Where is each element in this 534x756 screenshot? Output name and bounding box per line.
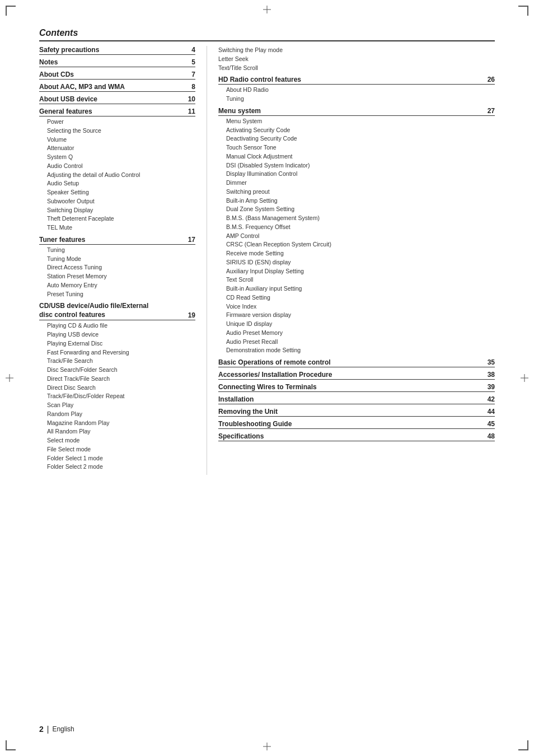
section-header-troubleshooting: Troubleshooting Guide 45 [218,420,495,429]
columns-container: Safety precautions 4 Notes 5 About CDs 7 [39,46,495,475]
section-page-accessories: 38 [488,371,495,379]
list-item: Playing USB device [47,330,195,339]
corner-mark-bl [6,740,16,750]
list-item: Fast Forwarding and Reversing [47,348,195,357]
list-item: Attenuator [47,144,195,153]
list-item: Voice Index [226,302,495,311]
section-title-safety: Safety precautions [39,46,99,54]
list-item: Folder Select 2 mode [47,463,195,472]
section-about-cds: About CDs 7 [39,71,195,80]
footer-divider: | [47,725,49,734]
list-item: Touch Sensor Tone [226,143,495,152]
list-item: Speaker Setting [47,188,195,197]
section-header-cds: About CDs 7 [39,71,195,80]
list-item: Dimmer [226,179,495,188]
list-item: Folder Select 1 mode [47,454,195,463]
section-title-cd-usb: CD/USB device/Audio file/Externaldisc co… [39,302,148,319]
list-item: All Random Play [47,427,195,436]
section-header-usb: About USB device 10 [39,95,195,104]
section-page-hd-radio: 26 [488,76,495,83]
list-item: About HD Radio [226,86,495,95]
section-title-troubleshooting: Troubleshooting Guide [218,420,292,428]
list-item: DSI (Disabled System Indicator) [226,161,495,170]
list-item: Playing CD & Audio file [47,321,195,330]
cross-right [521,374,528,382]
list-item: Track/File Search [47,357,195,366]
section-header-aac: About AAC, MP3 and WMA 8 [39,83,195,92]
page-title: Contents [39,28,495,41]
section-installation: Installation 42 [218,395,495,404]
section-header-specifications: Specifications 48 [218,432,495,441]
section-title-accessories: Accessories/ Installation Procedure [218,371,332,379]
list-item: Tuning Mode [47,255,195,264]
section-title-notes: Notes [39,58,58,66]
list-item: Magazine Random Play [47,419,195,428]
section-page-connecting: 39 [488,383,495,391]
list-item: System Q [47,153,195,162]
list-item: Firmware version display [226,311,495,320]
section-title-hd-radio: HD Radio control features [218,76,301,83]
section-about-aac: About AAC, MP3 and WMA 8 [39,83,195,92]
list-item: Letter Seek [218,55,495,64]
corner-mark-tl [6,6,16,16]
section-header-basic-ops: Basic Operations of remote control 35 [218,358,495,367]
list-item: SIRIUS ID (ESN) display [226,258,495,267]
section-header-removing: Removing the Unit 44 [218,408,495,417]
section-page-usb: 10 [188,95,195,103]
list-item: Direct Access Tuning [47,263,195,272]
section-title-menu: Menu system [218,107,261,115]
list-item: TEL Mute [47,223,195,232]
section-page-troubleshooting: 45 [488,420,495,428]
page-footer: 2 | English [39,725,74,734]
list-item: Auto Memory Entry [47,281,195,290]
section-header-tuner: Tuner features 17 [39,236,195,245]
list-item: Selecting the Source [47,127,195,136]
section-hd-radio: HD Radio control features 26 About HD Ra… [218,76,495,104]
section-title-general: General features [39,108,92,115]
section-page-basic-ops: 35 [488,358,495,366]
list-item: Dual Zone System Setting [226,205,495,214]
section-title-installation: Installation [218,395,254,403]
menu-sub-items: Menu System Activating Security Code Dea… [218,117,495,355]
list-item: File Select mode [47,445,195,454]
section-title-specifications: Specifications [218,432,264,440]
section-safety: Safety precautions 4 [39,46,195,55]
list-item: Station Preset Memory [47,272,195,281]
list-item: Random Play [47,410,195,419]
right-column: Switching the Play mode Letter Seek Text… [207,46,495,475]
section-notes: Notes 5 [39,58,195,67]
list-item: Manual Clock Adjustment [226,152,495,161]
cross-left [6,374,13,382]
section-menu: Menu system 27 Menu System Activating Se… [218,107,495,355]
section-title-connecting: Connecting Wires to Terminals [218,383,317,391]
section-page-tuner: 17 [188,236,195,244]
list-item: Audio Control [47,162,195,171]
section-about-usb: About USB device 10 [39,95,195,104]
list-item: CD Read Setting [226,293,495,302]
section-header-connecting: Connecting Wires to Terminals 39 [218,383,495,392]
section-page-menu: 27 [488,107,495,115]
section-title-cds: About CDs [39,71,74,78]
list-item: Built-in Amp Setting [226,197,495,206]
list-item: Menu System [226,117,495,126]
section-title-aac: About AAC, MP3 and WMA [39,83,125,91]
list-item: B.M.S. Frequency Offset [226,223,495,232]
list-item: Direct Track/File Search [47,375,195,384]
left-column: Safety precautions 4 Notes 5 About CDs 7 [39,46,207,475]
right-top-items: Switching the Play mode Letter Seek Text… [218,46,495,72]
list-item: Theft Deterrent Faceplate [47,214,195,223]
list-item: Preset Tuning [47,290,195,299]
section-page-cds: 7 [191,71,195,78]
list-item: Tuning [47,246,195,255]
cross-top [263,6,271,13]
section-page-installation: 42 [488,395,495,403]
section-specifications: Specifications 48 [218,432,495,441]
list-item: Volume [47,136,195,144]
hd-radio-sub-items: About HD Radio Tuning [218,86,495,104]
page: Contents Safety precautions 4 Notes 5 [0,0,534,756]
section-cd-usb: CD/USB device/Audio file/Externaldisc co… [39,302,195,472]
list-item: Disc Search/Folder Search [47,366,195,375]
tuner-sub-items: Tuning Tuning Mode Direct Access Tuning … [39,246,195,299]
list-item: Scan Play [47,401,195,410]
footer-page-number: 2 [39,725,44,734]
